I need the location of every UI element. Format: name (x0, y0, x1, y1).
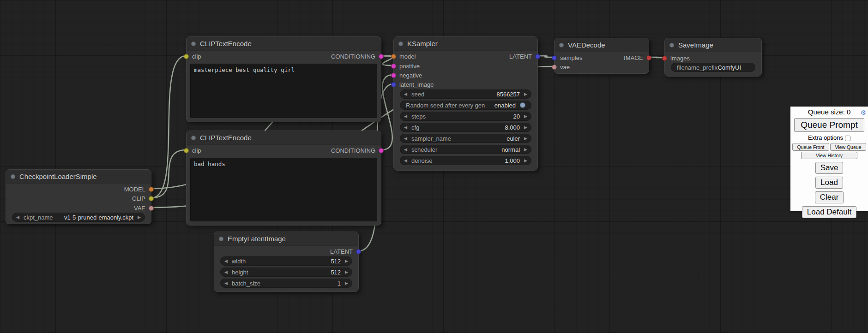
image-output-dot[interactable] (646, 55, 651, 60)
node-checkpoint-loader[interactable]: CheckpointLoaderSimple MODEL CLIP VAE ◀ … (6, 169, 151, 224)
cfg-widget[interactable]: ◀ cfg 8.000 ▶ (400, 123, 531, 132)
prev-arrow-icon[interactable]: ◀ (404, 137, 407, 141)
clip-output-dot[interactable] (149, 196, 154, 201)
next-arrow-icon[interactable]: ▶ (524, 148, 527, 152)
latent-input-dot[interactable] (552, 55, 557, 60)
widget-value: ComfyUI (717, 64, 741, 71)
conditioning-input-dot[interactable] (391, 64, 396, 69)
toggle-dot[interactable] (520, 102, 525, 108)
clip-input-dot[interactable] (184, 148, 189, 153)
clear-button[interactable]: Clear (815, 191, 844, 203)
queue-prompt-button[interactable]: Queue Prompt (794, 118, 864, 132)
prev-arrow-icon[interactable]: ◀ (404, 148, 407, 152)
output-label: LATENT (330, 248, 353, 255)
widget-value: 8566257 (496, 91, 520, 98)
node-title-bar[interactable]: CLIPTextEncode (187, 131, 381, 145)
latent-input-dot[interactable] (391, 82, 396, 87)
increment-arrow-icon[interactable]: ▶ (345, 270, 348, 274)
input-slot-latent-image: latent_image (391, 80, 434, 89)
batch-size-widget[interactable]: ◀ batch_size 1 ▶ (220, 279, 352, 288)
node-title-bar[interactable]: CheckpointLoaderSimple (6, 170, 151, 184)
node-empty-latent-image[interactable]: EmptyLatentImage LATENT ◀ width 512 ▶ ◀ … (214, 232, 359, 292)
node-ksampler[interactable]: KSampler model positive negative latent_… (393, 36, 538, 171)
width-widget[interactable]: ◀ width 512 ▶ (220, 256, 352, 266)
settings-gear-icon[interactable]: ⚙ (860, 108, 866, 117)
latent-output-dot[interactable] (356, 249, 361, 254)
decrement-arrow-icon[interactable]: ◀ (224, 281, 228, 285)
increment-arrow-icon[interactable]: ▶ (524, 125, 527, 130)
queue-size-row: Queue size: 0 ⚙ (792, 107, 866, 117)
latent-output-dot[interactable] (535, 54, 540, 59)
random-seed-toggle-widget[interactable]: Random seed after every gen enabled (400, 101, 531, 110)
save-button[interactable]: Save (815, 162, 844, 174)
input-label: clip (192, 53, 201, 60)
prev-arrow-icon[interactable]: ◀ (16, 215, 19, 220)
model-input-dot[interactable] (391, 54, 396, 59)
queue-front-button[interactable]: Queue Front (792, 143, 829, 151)
extra-options-checkbox[interactable] (845, 136, 850, 141)
scheduler-widget[interactable]: ◀ scheduler normal ▶ (400, 145, 531, 154)
collapse-dot-icon[interactable] (191, 136, 196, 140)
output-slot-conditioning: CONDITIONING (331, 146, 384, 155)
collapse-dot-icon[interactable] (219, 237, 223, 241)
view-queue-button[interactable]: View Queue (830, 143, 866, 151)
node-clip-text-encode-positive[interactable]: CLIPTextEncode clip CONDITIONING masterp… (186, 36, 381, 122)
prompt-textarea[interactable]: bad hands (190, 158, 377, 221)
steps-widget[interactable]: ◀ steps 20 ▶ (400, 112, 531, 121)
node-vae-decode[interactable]: VAEDecode samples vae IMAGE (554, 38, 649, 74)
node-title-bar[interactable]: KSampler (394, 37, 537, 51)
increment-arrow-icon[interactable]: ▶ (524, 114, 527, 119)
widget-label: Random seed after every gen (406, 102, 485, 109)
ckpt-name-combo-widget[interactable]: ◀ ckpt_name v1-5-pruned-emaonly.ckpt ▶ (12, 213, 145, 222)
input-slot-images: images (662, 54, 690, 63)
image-input-dot[interactable] (662, 56, 667, 61)
widget-value: 1.000 (505, 157, 520, 164)
decrement-arrow-icon[interactable]: ◀ (404, 125, 407, 130)
conditioning-output-dot[interactable] (379, 54, 384, 59)
seed-widget[interactable]: ◀ seed 8566257 ▶ (400, 89, 531, 99)
vae-output-dot[interactable] (149, 206, 154, 211)
collapse-dot-icon[interactable] (559, 43, 564, 48)
conditioning-output-dot[interactable] (379, 148, 384, 153)
node-title: CLIPTextEncode (200, 134, 252, 142)
view-history-button[interactable]: View History (801, 152, 857, 159)
decrement-arrow-icon[interactable]: ◀ (404, 159, 407, 163)
clip-input-dot[interactable] (184, 54, 189, 59)
decrement-arrow-icon[interactable]: ◀ (224, 259, 228, 263)
input-slot-negative: negative (391, 71, 422, 80)
node-clip-text-encode-negative[interactable]: CLIPTextEncode clip CONDITIONING bad han… (186, 131, 381, 226)
collapse-dot-icon[interactable] (669, 43, 674, 48)
next-arrow-icon[interactable]: ▶ (524, 137, 527, 141)
extra-options-row: Extra options (792, 134, 866, 142)
decrement-arrow-icon[interactable]: ◀ (404, 114, 407, 119)
increment-arrow-icon[interactable]: ▶ (345, 281, 348, 285)
collapse-dot-icon[interactable] (398, 42, 403, 46)
prompt-textarea[interactable]: masterpiece best quality girl (190, 64, 377, 118)
widget-label: denoise (411, 157, 433, 164)
node-title-bar[interactable]: CLIPTextEncode (187, 37, 381, 51)
node-title-bar[interactable]: EmptyLatentImage (214, 232, 358, 246)
conditioning-input-dot[interactable] (391, 73, 396, 78)
sampler-name-widget[interactable]: ◀ sampler_name euler ▶ (400, 134, 531, 143)
vae-input-dot[interactable] (552, 65, 557, 70)
input-label: negative (399, 72, 422, 79)
increment-arrow-icon[interactable]: ▶ (345, 259, 348, 263)
denoise-widget[interactable]: ◀ denoise 1.000 ▶ (400, 156, 531, 165)
widget-label: seed (411, 91, 424, 98)
node-title: EmptyLatentImage (228, 235, 286, 243)
collapse-dot-icon[interactable] (191, 42, 196, 46)
node-title-bar[interactable]: VAEDecode (555, 38, 649, 52)
decrement-arrow-icon[interactable]: ◀ (224, 270, 228, 274)
load-default-button[interactable]: Load Default (802, 206, 856, 218)
next-arrow-icon[interactable]: ▶ (138, 215, 141, 220)
decrement-arrow-icon[interactable]: ◀ (404, 92, 407, 96)
node-save-image[interactable]: SaveImage images filename_prefix ComfyUI (664, 38, 762, 77)
model-output-dot[interactable] (149, 187, 154, 192)
node-title-bar[interactable]: SaveImage (665, 38, 761, 52)
increment-arrow-icon[interactable]: ▶ (524, 92, 527, 96)
filename-prefix-widget[interactable]: filename_prefix ComfyUI (671, 63, 755, 72)
height-widget[interactable]: ◀ height 512 ▶ (220, 268, 352, 277)
load-button[interactable]: Load (815, 177, 843, 189)
collapse-dot-icon[interactable] (11, 174, 15, 179)
increment-arrow-icon[interactable]: ▶ (524, 159, 527, 163)
